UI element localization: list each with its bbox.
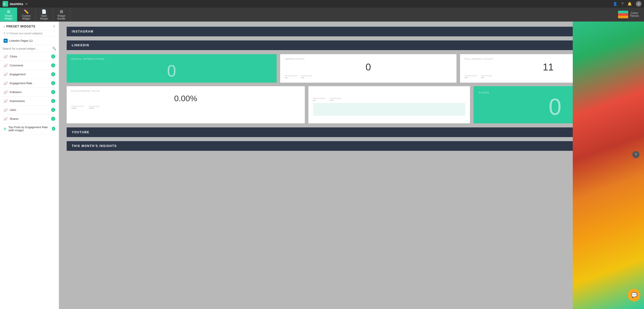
sidebar-item-label: Comments xyxy=(10,64,23,67)
help-button[interactable]: ? xyxy=(632,151,639,158)
info-badge[interactable]: i xyxy=(51,54,55,58)
static-widget-btn[interactable]: 📄 StaticWidget xyxy=(36,8,53,21)
imp-prev-year-val: 0% xyxy=(301,77,312,79)
fol-prev-period-label: Previous period xyxy=(465,75,477,77)
sidebar: ‹ PRESET WIDGETS × 2 / 2 Choose your pre… xyxy=(0,22,59,309)
impressions-widget: IMPRESSIONS 0 Previous period 0% Previou… xyxy=(280,54,456,83)
preset-widget-btn[interactable]: ⊞ PresetWidget xyxy=(0,8,17,21)
social-interactions-label: SOCIAL INTERACTIONS xyxy=(71,58,272,60)
layout: ‹ PRESET WIDGETS × 2 / 2 Choose your pre… xyxy=(0,22,644,309)
bell-icon[interactable]: 🔔 xyxy=(627,2,632,6)
sidebar-item-label: Top Posts by Engagement Rate (with image… xyxy=(8,126,52,132)
youtube-section: YOUTUBE xyxy=(67,127,636,137)
sidebar-item-left: 📈 Engagement Rate xyxy=(4,81,32,85)
info-badge[interactable]: i xyxy=(51,81,55,85)
help-icon[interactable]: ? xyxy=(621,2,623,6)
eng-prev-period-val: 100% xyxy=(71,107,84,109)
colour-themes-label: Colour Themes xyxy=(630,12,639,17)
widget-bundle-btn[interactable]: ⊠ WidgetBundle xyxy=(53,8,70,21)
impressions-value: 0 xyxy=(285,62,452,73)
sidebar-item-comments[interactable]: 📈 Comments i xyxy=(0,61,59,70)
insights-section-header: THIS MONTH'S INSIGHTS xyxy=(67,141,636,151)
avatar[interactable]: A xyxy=(636,1,641,7)
followers-mini-chart xyxy=(313,103,466,116)
engagement-rate-value: 0.00% xyxy=(71,94,300,103)
info-badge[interactable]: i xyxy=(51,90,55,94)
chart-icon: 📈 xyxy=(4,64,8,67)
chart-icon: 📈 xyxy=(4,81,8,85)
sidebar-item-engagement-rate[interactable]: 📈 Engagement Rate i xyxy=(0,79,59,88)
info-badge[interactable]: i xyxy=(51,117,55,121)
imp-prev-year-label: Previous year xyxy=(301,75,312,77)
sidebar-item-impressions[interactable]: 📈 Impressions i xyxy=(0,97,59,106)
search-input[interactable] xyxy=(3,47,51,50)
sidebar-item-left: 📈 Followers xyxy=(4,90,22,94)
sidebar-item-label: Engagement xyxy=(10,73,25,76)
info-badge[interactable]: i xyxy=(51,63,55,67)
widget-toolbar: ⊞ PresetWidget ✏️ CustomWidget 📄 StaticW… xyxy=(0,8,644,22)
sidebar-item-label: Followers xyxy=(10,91,22,94)
source-label: LinkedIn Pages (1) xyxy=(9,39,33,42)
toolbar-right: Colour Themes xyxy=(618,11,644,18)
sidebar-item-label: Likes xyxy=(10,108,16,111)
youtube-label: YOUTUBE xyxy=(72,130,89,134)
linkedin-icon: in xyxy=(4,39,8,43)
insights-label: THIS MONTH'S INSIGHTS xyxy=(72,144,117,148)
sidebar-item-label: Engagement Rate xyxy=(10,82,32,85)
topbar: d dashthis ≡ 👤 ? 🔔 A xyxy=(0,0,644,8)
user-icon[interactable]: 👤 xyxy=(613,2,617,6)
linkedin-section: LINKEDIN SOCIAL INTERACTIONS 0 IMPRESSIO… xyxy=(67,40,636,123)
instagram-section-header: INSTAGRAM xyxy=(67,27,636,36)
custom-widget-icon: ✏️ xyxy=(24,9,29,14)
sidebar-item-clicks[interactable]: 📈 Clicks i xyxy=(0,52,59,61)
app-logo: d dashthis xyxy=(3,1,23,7)
sidebar-item-left: 📈 Shares xyxy=(4,117,19,121)
widget-bundle-label: WidgetBundle xyxy=(58,14,65,20)
info-badge[interactable]: i xyxy=(51,108,55,112)
clicks-value: 0 xyxy=(549,95,561,118)
sidebar-search: 🔍 xyxy=(0,45,59,52)
info-badge[interactable]: i xyxy=(51,99,55,103)
sidebar-item-engagement[interactable]: 📈 Engagement i xyxy=(0,70,59,79)
sidebar-item-left: 📈 Comments xyxy=(4,64,23,67)
impressions-prev-widget: Previous period 0% Previous year 0% xyxy=(308,86,470,123)
chart-icon: 📈 xyxy=(4,72,8,76)
sidebar-item-shares[interactable]: 📈 Shares i xyxy=(0,114,59,123)
colour-themes-btn[interactable]: Colour Themes xyxy=(618,11,639,18)
app-name: dashthis xyxy=(10,2,23,6)
sidebar-item-top-posts[interactable]: ⊞ Top Posts by Engagement Rate (with ima… xyxy=(0,123,59,134)
info-badge[interactable]: i xyxy=(51,72,55,76)
preset-widget-label: PresetWidget xyxy=(5,14,12,20)
engagement-rate-widget: ENGAGEMENT RATE 0.00% Previous period 10… xyxy=(67,86,305,123)
sidebar-item-likes[interactable]: 📈 Likes i xyxy=(0,106,59,114)
sidebar-item-left: 📈 Impressions xyxy=(4,99,25,103)
chat-button[interactable]: 💬 xyxy=(628,289,640,301)
fol-prev-period-val: 0% xyxy=(465,77,477,79)
info-badge[interactable]: i xyxy=(52,127,55,131)
custom-widget-label: CustomWidget xyxy=(22,14,31,20)
instagram-section: INSTAGRAM xyxy=(67,27,636,36)
imp2-prev-period-val: 0% xyxy=(313,99,325,101)
help-icon: ? xyxy=(635,153,637,156)
widget-bundle-icon: ⊠ xyxy=(60,9,63,14)
linkedin-label: LINKEDIN xyxy=(72,43,89,47)
chart-icon: 📈 xyxy=(4,99,8,103)
chart-icon: 📈 xyxy=(4,117,8,121)
static-widget-label: StaticWidget xyxy=(40,14,48,20)
menu-icon[interactable]: ≡ xyxy=(25,2,27,6)
chart-icon: 📈 xyxy=(4,90,8,94)
imp-prev-period-label: Previous period xyxy=(285,75,297,77)
static-widget-icon: 📄 xyxy=(41,9,47,14)
linkedin-section-header: LINKEDIN xyxy=(67,40,636,50)
instagram-label: INSTAGRAM xyxy=(72,30,93,33)
close-icon[interactable]: × xyxy=(53,24,55,29)
sidebar-title: PRESET WIDGETS xyxy=(6,25,35,28)
colour-bar xyxy=(618,11,628,18)
search-icon[interactable]: 🔍 xyxy=(52,47,56,50)
imp2-prev-year-val: 0% xyxy=(330,99,341,101)
youtube-section-header: YOUTUBE xyxy=(67,127,636,137)
custom-widget-btn[interactable]: ✏️ CustomWidget xyxy=(17,8,35,21)
back-icon[interactable]: ‹ xyxy=(4,24,5,28)
sidebar-item-followers[interactable]: 📈 Followers i xyxy=(0,88,59,97)
sidebar-header-left: ‹ PRESET WIDGETS xyxy=(4,24,35,28)
